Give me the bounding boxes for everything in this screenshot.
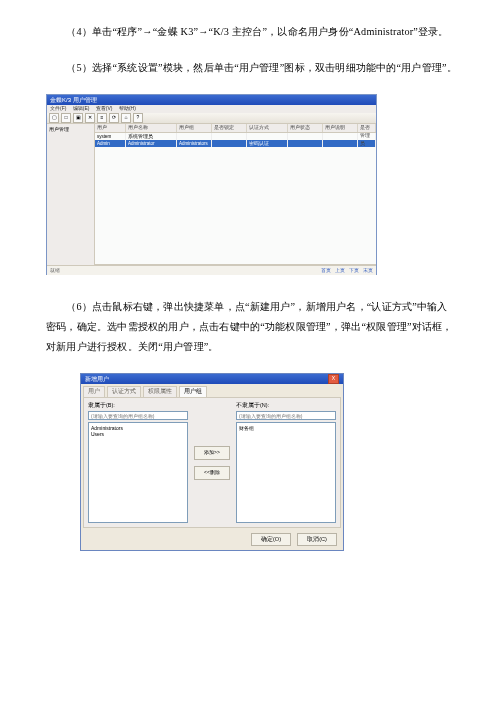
remove-button[interactable]: <<删除 — [194, 466, 230, 480]
new-user-dialog: 新增用户 X 用户 认证方式 权限属性 用户组 隶属于(B): Administ… — [80, 373, 344, 551]
cell — [247, 133, 288, 140]
cell — [358, 140, 376, 147]
col-lock: 是否锁定 — [212, 124, 247, 132]
col-user: 用户 — [95, 124, 126, 132]
table-row[interactable]: system 系统管理员 — [95, 133, 376, 140]
col-desc: 用户说明 — [323, 124, 358, 132]
col-auth: 认证方式 — [247, 124, 288, 132]
menu-view[interactable]: 查看(V) — [96, 105, 113, 111]
status-text: 就绪 — [50, 266, 60, 275]
dialog-title: 新增用户 — [85, 374, 109, 384]
tool-icon[interactable]: ▢ — [49, 113, 59, 123]
not-belongs-filter[interactable] — [236, 411, 336, 420]
transfer-buttons: 添加>> <<删除 — [194, 402, 230, 523]
ok-button[interactable]: 确定(O) — [251, 533, 291, 546]
cell: Administrator — [126, 140, 177, 147]
cell — [177, 133, 212, 140]
tool-icon[interactable]: ? — [133, 113, 143, 123]
tool-icon[interactable]: ≡ — [97, 113, 107, 123]
tool-icon[interactable]: ⟳ — [109, 113, 119, 123]
belongs-to-list[interactable]: Administrators Users — [88, 422, 188, 523]
toolbar: ▢ □ ▣ ✕ ≡ ⟳ ⌂ ? — [47, 113, 376, 124]
grid-header: 用户 用户名称 用户组 是否锁定 认证方式 用户状态 用户说明 是否管理员 — [95, 124, 376, 133]
cell: system — [95, 133, 126, 140]
window-title: 金蝶K/3 用户管理 — [47, 95, 376, 105]
menu-file[interactable]: 文件(F) — [50, 105, 66, 111]
cell: Admin — [95, 140, 126, 147]
tab-perm[interactable]: 权限属性 — [143, 386, 177, 397]
cell — [358, 133, 376, 140]
paragraph-6: （6）点击鼠标右键，弹出快捷菜单，点“新建用户”，新增用户名，“认证方式”中输入… — [46, 297, 454, 357]
list-item[interactable]: 财务组 — [239, 425, 333, 431]
menubar[interactable]: 文件(F) 编辑(E) 查看(V) 帮助(H) — [47, 105, 376, 113]
not-belongs-label: 不隶属于(N): — [236, 402, 336, 409]
cancel-button[interactable]: 取消(C) — [297, 533, 337, 546]
belongs-to-label: 隶属于(B): — [88, 402, 188, 409]
pager-first[interactable]: 首页 — [321, 266, 331, 275]
menu-help[interactable]: 帮助(H) — [119, 105, 136, 111]
paragraph-5: （5）选择“系统设置”模块，然后单击“用户管理”图标，双击明细功能中的“用户管理… — [46, 58, 460, 78]
tab-strip: 用户 认证方式 权限属性 用户组 — [81, 384, 343, 397]
cell — [323, 133, 358, 140]
belongs-to-filter[interactable] — [88, 411, 188, 420]
pager-next[interactable]: 下页 — [349, 266, 359, 275]
belongs-to-column: 隶属于(B): Administrators Users — [88, 402, 188, 523]
col-state: 用户状态 — [288, 124, 323, 132]
tab-auth[interactable]: 认证方式 — [107, 386, 141, 397]
col-name: 用户名称 — [126, 124, 177, 132]
menu-edit[interactable]: 编辑(E) — [73, 105, 90, 111]
list-item[interactable]: Users — [91, 431, 185, 437]
pager-last[interactable]: 末页 — [363, 266, 373, 275]
nav-tree[interactable]: 用户管理 — [47, 124, 95, 265]
cell — [288, 133, 323, 140]
cell — [212, 140, 247, 147]
cell: 系统管理员 — [126, 133, 177, 140]
tool-icon[interactable]: ⌂ — [121, 113, 131, 123]
paragraph-4: （4）单击“程序”→“金蝶 K3”→“K/3 主控台”，以命名用户身份“Admi… — [46, 22, 454, 42]
tool-icon[interactable]: □ — [61, 113, 71, 123]
cell: Administrators — [177, 140, 212, 147]
close-icon[interactable]: X — [328, 374, 339, 384]
nav-root-item[interactable]: 用户管理 — [49, 126, 92, 132]
cell — [212, 133, 247, 140]
col-group: 用户组 — [177, 124, 212, 132]
user-management-window: 金蝶K/3 用户管理 文件(F) 编辑(E) 查看(V) 帮助(H) ▢ □ ▣… — [46, 94, 377, 275]
cell — [288, 140, 323, 147]
pager-prev[interactable]: 上页 — [335, 266, 345, 275]
tool-icon[interactable]: ✕ — [85, 113, 95, 123]
col-admin: 是否管理员 — [358, 124, 376, 132]
tab-user[interactable]: 用户 — [83, 386, 105, 397]
tab-panel-group: 隶属于(B): Administrators Users 添加>> <<删除 不… — [83, 397, 341, 528]
cell: 密码认证 — [247, 140, 288, 147]
cell — [323, 140, 358, 147]
tool-icon[interactable]: ▣ — [73, 113, 83, 123]
tab-group[interactable]: 用户组 — [179, 386, 207, 397]
user-grid[interactable]: 用户 用户名称 用户组 是否锁定 认证方式 用户状态 用户说明 是否管理员 sy… — [95, 124, 376, 265]
not-belongs-column: 不隶属于(N): 财务组 — [236, 402, 336, 523]
not-belongs-list[interactable]: 财务组 — [236, 422, 336, 523]
add-button[interactable]: 添加>> — [194, 446, 230, 460]
status-bar: 就绪 首页 上页 下页 末页 — [47, 265, 376, 275]
table-row-selected[interactable]: Admin Administrator Administrators 密码认证 — [95, 140, 376, 147]
